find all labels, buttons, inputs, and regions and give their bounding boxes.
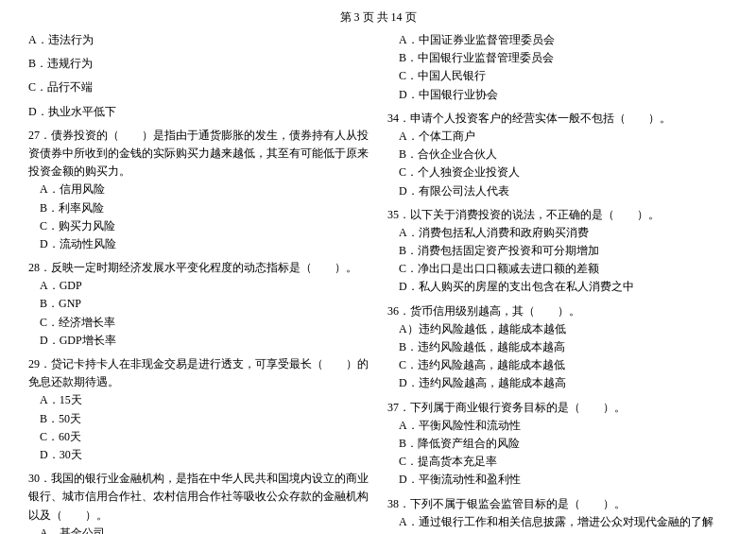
question-37: 37．下列属于商业银行资务目标的是（ ）。 A．平衡风险性和流动性 B．降低资产…	[387, 399, 728, 490]
option-b1: B．违规行为	[28, 55, 369, 73]
page-container: 第 3 页 共 14 页 A．违法行为 B．违规行为 C．品行不端 D．执业水平…	[0, 0, 756, 534]
q33-options: A．中国证券业监督管理委员会 B．中国银行业监督管理委员会 C．中国人民银行 D…	[387, 31, 728, 104]
question-35: 35．以下关于消费投资的说法，不正确的是（ ）。 A．消费包括私人消费和政府购买…	[387, 206, 728, 297]
question-38: 38．下列不属于银监会监管目标的是（ ）。 A．通过银行工作和相关信息披露，增进…	[387, 495, 728, 535]
question-30: 30．我国的银行业金融机构，是指在中华人民共和国境内设立的商业银行、城市信用合作…	[28, 470, 369, 534]
question-29: 29．贷记卡持卡人在非现金交易是进行透支，可享受最长（ ）的免息还款期待遇。 A…	[28, 355, 369, 464]
page-footer: 第 3 页 共 14 页	[28, 9, 728, 26]
question-27: 27．债券投资的（ ）是指由于通货膨胀的发生，债券持有人从投资债券中所收到的金钱…	[28, 127, 369, 253]
question-36: 36．货币信用级别越高，其（ ）。 A）违约风险越低，越能成本越低 B．违约风险…	[387, 302, 728, 393]
left-column: A．违法行为 B．违规行为 C．品行不端 D．执业水平低下 27．债券投资的（ …	[28, 31, 369, 534]
option-c1: C．品行不端	[28, 78, 369, 96]
question-34: 34．申请个人投资客户的经营实体一般不包括（ ）。 A．个体工商户 B．合伙企业…	[387, 110, 728, 200]
two-column-layout: A．违法行为 B．违规行为 C．品行不端 D．执业水平低下 27．债券投资的（ …	[28, 31, 728, 534]
question-28: 28．反映一定时期经济发展水平变化程度的动态指标是（ ）。 A．GDP B．GN…	[28, 259, 369, 350]
right-column: A．中国证券业监督管理委员会 B．中国银行业监督管理委员会 C．中国人民银行 D…	[387, 31, 728, 534]
option-d1: D．执业水平低下	[28, 103, 369, 121]
option-a1: A．违法行为	[28, 31, 369, 49]
